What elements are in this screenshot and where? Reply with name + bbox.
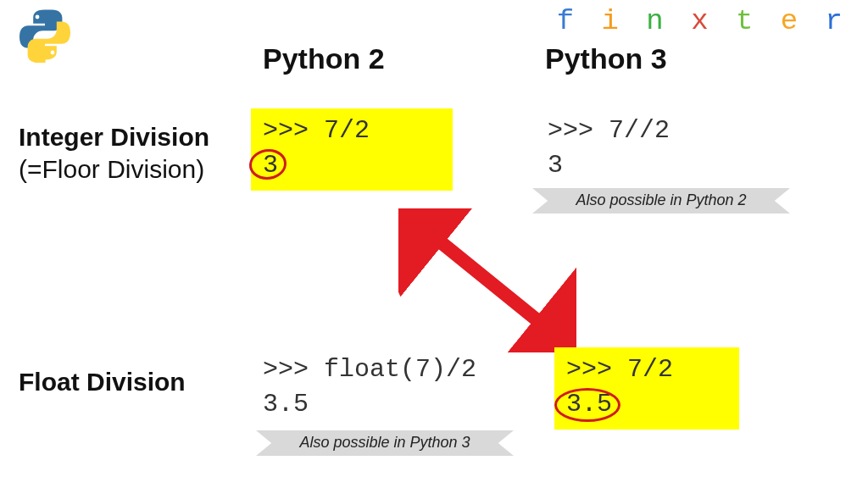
slide: f i n x t e r Python 2 Python 3 Integer … [0, 0, 868, 488]
python-logo [17, 7, 73, 63]
row-title: Integer Division [19, 123, 209, 151]
svg-line-0 [422, 227, 556, 336]
row-label-integer-division: Integer Division (=Floor Division) [19, 121, 209, 185]
row-subtitle: (=Floor Division) [19, 155, 204, 183]
code-integer-division-python3: >>> 7//2 3 [536, 108, 739, 191]
result-circle-icon [554, 388, 620, 422]
note-also-python3: Also possible in Python 3 [256, 430, 514, 456]
row-label-float-division: Float Division [19, 366, 186, 398]
finxter-letter: n [646, 5, 668, 37]
row-title: Float Division [19, 368, 186, 396]
code-float-division-python2: >>> float(7)/2 3.5 [251, 347, 522, 430]
finxter-letter: r [826, 5, 848, 37]
finxter-letter: x [691, 5, 713, 37]
finxter-letter: e [781, 5, 803, 37]
finxter-letter: i [602, 5, 624, 37]
swap-arrow-icon [398, 208, 576, 352]
code-integer-division-python2: >>> 7/2 3 [251, 108, 453, 191]
column-header-python3: Python 3 [545, 42, 667, 75]
column-header-python2: Python 2 [263, 42, 385, 75]
finxter-letter: t [736, 5, 758, 37]
finxter-logo: f i n x t e r [557, 5, 848, 37]
note-also-python2: Also possible in Python 2 [532, 188, 790, 214]
finxter-letter: f [557, 5, 579, 37]
